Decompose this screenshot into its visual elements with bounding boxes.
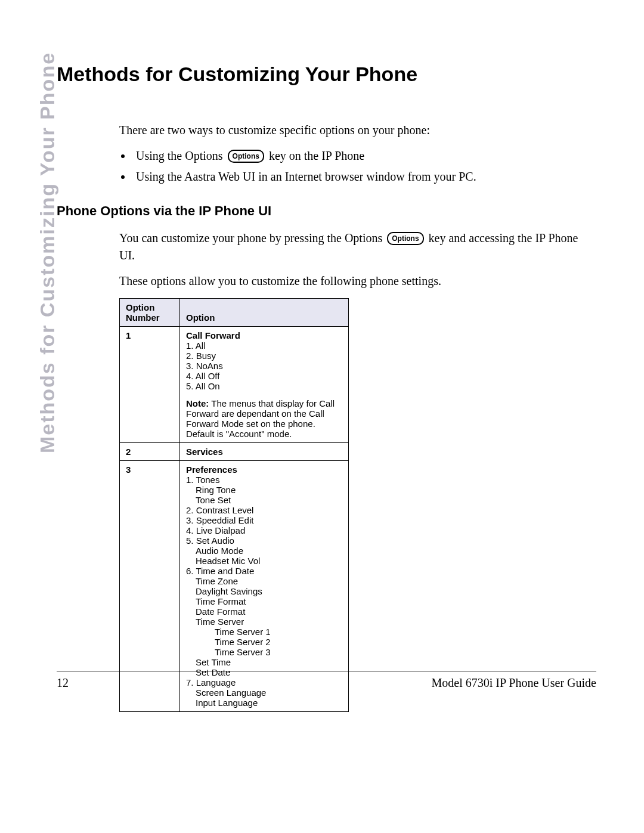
note-text: The menus that display for Call Forward … bbox=[186, 398, 335, 439]
options-key-icon: Options bbox=[387, 232, 423, 245]
para-customize: You can customize your phone by pressing… bbox=[119, 230, 596, 264]
list-item: Daylight Savings bbox=[186, 586, 342, 596]
list-item: Time Server 2 bbox=[186, 637, 342, 647]
list-item: Time Zone bbox=[186, 576, 342, 586]
list-item: Audio Mode bbox=[186, 546, 342, 556]
list-item: Set Time bbox=[186, 657, 342, 667]
list-item: 3. NoAns bbox=[186, 361, 342, 371]
doc-title: Model 6730i IP Phone User Guide bbox=[432, 676, 596, 690]
list-item: Ring Tone bbox=[186, 485, 342, 495]
para-settings: These options allow you to customize the… bbox=[119, 272, 596, 290]
cell-option: Call Forward 1. All 2. Busy 3. NoAns 4. … bbox=[180, 327, 349, 443]
list-item: Time Server bbox=[186, 617, 342, 627]
list-item: 5. Set Audio bbox=[186, 535, 342, 546]
cell-num: 2 bbox=[120, 443, 180, 461]
side-tab-title: Methods for Customizing Your Phone bbox=[36, 52, 59, 453]
list-item: 4. All Off bbox=[186, 371, 342, 381]
list-item: Time Server 1 bbox=[186, 627, 342, 637]
option-title: Call Forward bbox=[186, 330, 342, 340]
page-title: Methods for Customizing Your Phone bbox=[57, 63, 596, 86]
list-item: Date Format bbox=[186, 606, 342, 617]
options-key-icon: Options bbox=[228, 150, 264, 163]
list-item: 2. Busy bbox=[186, 351, 342, 361]
list-item: 5. All On bbox=[186, 381, 342, 391]
intro-paragraph: There are two ways to customize specific… bbox=[119, 122, 596, 139]
list-item: 1. Tones bbox=[186, 475, 342, 485]
th-option-number: Option Number bbox=[120, 299, 180, 327]
cell-num: 1 bbox=[120, 327, 180, 443]
option-title: Preferences bbox=[186, 465, 342, 475]
page-number: 12 bbox=[57, 676, 69, 690]
option-items: 1. All 2. Busy 3. NoAns 4. All Off 5. Al… bbox=[186, 340, 342, 391]
options-table: Option Number Option 1 Call Forward 1. A… bbox=[119, 298, 349, 712]
list-item: Time Format bbox=[186, 596, 342, 606]
option-note: Note: The menus that display for Call Fo… bbox=[186, 398, 342, 439]
option-title: Services bbox=[186, 447, 342, 457]
note-label: Note: bbox=[186, 398, 209, 408]
list-item: 4. Live Dialpad bbox=[186, 525, 342, 535]
table-row: 2 Services bbox=[120, 443, 349, 461]
list-item: 3. Speeddial Edit bbox=[186, 515, 342, 525]
th-option: Option bbox=[180, 299, 349, 327]
list-item: Input Language bbox=[186, 698, 342, 708]
list-item: 6. Time and Date bbox=[186, 566, 342, 576]
bullet1-post: key on the IP Phone bbox=[266, 149, 364, 162]
bullet1-pre: Using the Options bbox=[136, 149, 226, 162]
subheading-phone-options: Phone Options via the IP Phone UI bbox=[57, 203, 596, 219]
list-item: 1. All bbox=[186, 340, 342, 351]
bullet-web-ui: Using the Aastra Web UI in an Internet b… bbox=[132, 168, 596, 185]
list-item: 2. Contrast Level bbox=[186, 505, 342, 515]
table-row: 1 Call Forward 1. All 2. Busy 3. NoAns 4… bbox=[120, 327, 349, 443]
list-item: Time Server 3 bbox=[186, 647, 342, 657]
para1-pre: You can customize your phone by pressing… bbox=[119, 231, 385, 244]
bullet-options-key: Using the Options Options key on the IP … bbox=[132, 147, 596, 165]
list-item: Headset Mic Vol bbox=[186, 556, 342, 566]
list-item: Tone Set bbox=[186, 495, 342, 505]
cell-option: Services bbox=[180, 443, 349, 461]
